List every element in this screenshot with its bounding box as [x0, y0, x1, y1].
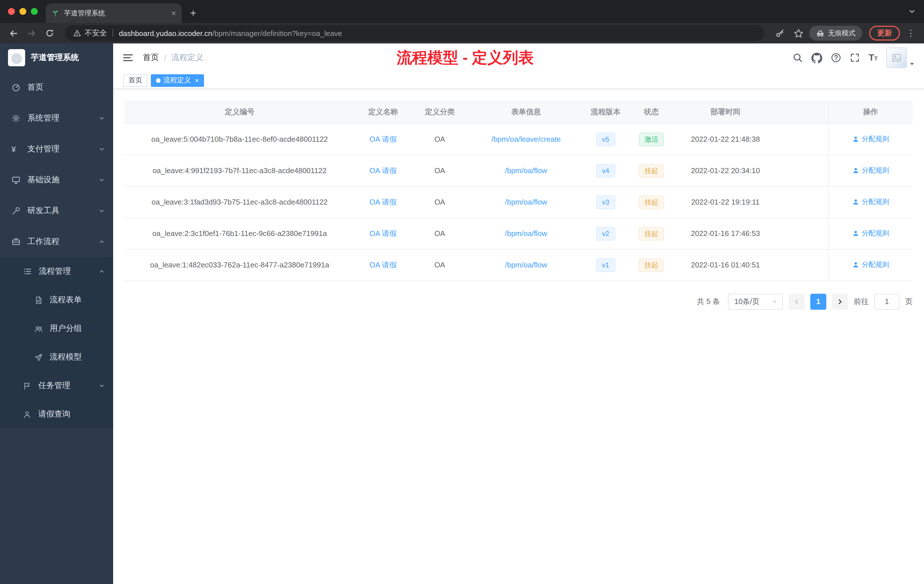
tab-search-icon[interactable]: [908, 0, 916, 23]
browser-toolbar: 不安全 dashboard.yudao.iocoder.cn/bpm/manag…: [0, 23, 924, 43]
status-badge: 挂起: [639, 226, 664, 240]
cell-deploy-time: 2022-01-16 17:46:53: [675, 218, 776, 249]
font-size-icon[interactable]: TT: [869, 53, 878, 62]
sidebar: 芋道管理系统 首页 系统管理 ¥ 支付管理: [0, 43, 113, 584]
top-navbar: 首页 / 流程定义 流程模型 - 定义列表: [113, 43, 924, 72]
col-header-status: 状态: [627, 101, 675, 124]
sidebar-item-leave-query[interactable]: 请假查询: [0, 400, 113, 429]
col-header-spacer: [776, 101, 828, 124]
close-window-button[interactable]: [8, 8, 15, 15]
bookmark-star-icon[interactable]: [791, 26, 806, 41]
page-number-button[interactable]: 1: [810, 294, 826, 309]
table-row: oa_leave:5:004b710b-7b8a-11ec-8ef0-acde4…: [125, 124, 912, 155]
sidebar-item-system-mgmt[interactable]: 系统管理: [0, 103, 113, 134]
cell-id: oa_leave:5:004b710b-7b8a-11ec-8ef0-acde4…: [125, 124, 355, 155]
definition-name-link[interactable]: OA 请假: [370, 166, 396, 175]
sidebar-item-process-mgmt[interactable]: 流程管理: [0, 257, 113, 286]
cell-category: OA: [411, 186, 468, 218]
new-tab-button[interactable]: +: [185, 5, 201, 21]
assign-rule-button[interactable]: 分配规则: [852, 197, 889, 206]
forward-button[interactable]: [24, 26, 39, 41]
paper-plane-icon: [34, 353, 43, 361]
definition-name-link[interactable]: OA 请假: [370, 135, 396, 143]
form-link[interactable]: /bpm/oa/flow: [505, 229, 547, 238]
url-path: /bpm/manager/definition?key=oa_leave: [212, 29, 342, 38]
assign-rule-button[interactable]: 分配规则: [852, 260, 889, 269]
zoom-window-button[interactable]: [31, 8, 38, 15]
tag-close-icon[interactable]: ×: [195, 77, 199, 84]
briefcase-icon: [12, 237, 21, 246]
definition-name-link[interactable]: OA 请假: [370, 198, 396, 206]
tag-home[interactable]: 首页: [124, 74, 147, 87]
chevron-down-icon: [98, 382, 105, 389]
yen-icon: ¥: [12, 145, 21, 154]
cell-category: OA: [411, 218, 468, 249]
person-icon: [23, 410, 31, 419]
form-link[interactable]: /bpm/oa/flow: [505, 166, 547, 175]
reload-button[interactable]: [42, 26, 57, 41]
address-bar[interactable]: 不安全 dashboard.yudao.iocoder.cn/bpm/manag…: [65, 25, 765, 41]
next-page-button[interactable]: [832, 294, 848, 309]
tag-process-definition[interactable]: 流程定义 ×: [151, 74, 204, 87]
logo-title: 芋道管理系统: [31, 53, 79, 63]
user-avatar: [886, 48, 907, 68]
sidebar-item-workflow[interactable]: 工作流程: [0, 226, 113, 257]
page-size-select[interactable]: 10条/页: [728, 294, 783, 309]
user-menu[interactable]: [886, 48, 915, 68]
assign-rule-button[interactable]: 分配规则: [852, 228, 889, 238]
sidebar-item-process-form[interactable]: 流程表单: [0, 286, 113, 314]
cell-category: OA: [411, 249, 468, 280]
sidebar-item-payment-mgmt[interactable]: ¥ 支付管理: [0, 134, 113, 165]
page-title: 流程模型 - 定义列表: [396, 48, 534, 68]
sidebar-logo[interactable]: 芋道管理系统: [0, 43, 113, 72]
dashboard-icon: [12, 83, 21, 92]
hamburger-icon[interactable]: [122, 52, 134, 63]
chrome-update-button[interactable]: 更新: [869, 26, 900, 41]
definition-name-link[interactable]: OA 请假: [370, 260, 396, 269]
assign-rule-button[interactable]: 分配规则: [852, 134, 889, 144]
macos-traffic-lights: [0, 0, 46, 23]
incognito-label: 无痕模式: [828, 28, 855, 38]
github-icon[interactable]: [812, 52, 822, 63]
version-tag: v2: [596, 226, 615, 240]
sidebar-submenu-workflow: 流程管理 流程表单 用户分组: [0, 257, 113, 429]
sidebar-item-home[interactable]: 首页: [0, 72, 113, 103]
sidebar-item-dev-tools[interactable]: 研发工具: [0, 195, 113, 226]
prev-page-button[interactable]: [789, 294, 805, 309]
col-header-category: 定义分类: [411, 101, 468, 124]
version-tag: v3: [596, 195, 615, 209]
fullscreen-icon[interactable]: [850, 53, 860, 63]
cell-deploy-time: 2022-01-22 20:34:10: [675, 155, 776, 186]
document-icon: [34, 296, 43, 304]
col-header-name: 定义名称: [355, 101, 411, 124]
tab-close-icon[interactable]: ×: [172, 9, 176, 17]
table-row: oa_leave:1:482ec033-762a-11ec-8477-a2380…: [125, 249, 912, 280]
sidebar-item-task-mgmt[interactable]: 任务管理: [0, 371, 113, 400]
main-area: 首页 / 流程定义 流程模型 - 定义列表: [113, 43, 924, 584]
flag-icon: [23, 381, 31, 390]
list-tree-icon: [23, 267, 32, 276]
search-icon[interactable]: [792, 53, 803, 63]
version-tag: v4: [596, 164, 615, 177]
active-tag-dot: [156, 78, 160, 82]
sidebar-item-process-model[interactable]: 流程模型: [0, 343, 113, 371]
browser-tab[interactable]: 芋道管理系统 ×: [46, 3, 182, 23]
assign-rule-button[interactable]: 分配规则: [852, 165, 889, 175]
goto-page-input[interactable]: [874, 294, 899, 309]
form-link[interactable]: /bpm/oa/flow: [505, 261, 547, 269]
form-link[interactable]: /bpm/oa/leave/create: [492, 135, 561, 144]
minimize-window-button[interactable]: [20, 8, 26, 15]
definition-name-link[interactable]: OA 请假: [370, 229, 396, 238]
back-button[interactable]: [6, 26, 21, 41]
password-key-icon[interactable]: [772, 26, 787, 41]
screen: 芋道管理系统 × + 不安全 dashboard.yudao.iocoder.c…: [0, 0, 924, 584]
help-icon[interactable]: [831, 53, 841, 63]
form-link[interactable]: /bpm/oa/flow: [505, 198, 547, 206]
sidebar-item-infrastructure[interactable]: 基础设施: [0, 165, 113, 195]
browser-menu-icon[interactable]: ⋮: [903, 26, 918, 41]
breadcrumb-current: 流程定义: [172, 53, 203, 63]
sidebar-item-user-group[interactable]: 用户分组: [0, 314, 113, 343]
incognito-badge: 无痕模式: [809, 26, 862, 41]
breadcrumb-home[interactable]: 首页: [143, 53, 159, 63]
cell-deploy-time: 2022-01-22 19:19:11: [675, 186, 776, 218]
